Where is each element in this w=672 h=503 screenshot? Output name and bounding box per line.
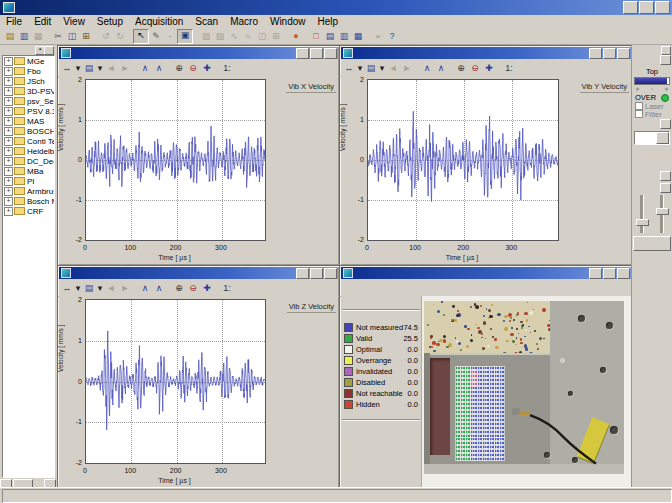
scan-window-title-bar[interactable]: [341, 267, 631, 279]
monitor-icon[interactable]: ▣: [177, 29, 193, 44]
zoom-slider[interactable]: [640, 195, 644, 233]
scanning-head-select[interactable]: [634, 131, 670, 145]
cut-icon[interactable]: ✂: [51, 30, 65, 43]
maximize-button[interactable]: [603, 268, 616, 279]
expand-plus-icon[interactable]: +: [4, 147, 13, 156]
title-bar[interactable]: [0, 0, 672, 15]
expand-plus-icon[interactable]: +: [4, 187, 13, 196]
dropdown-icon[interactable]: ▾: [74, 282, 82, 295]
tree-item-conti-temi[interactable]: +Conti Temi: [3, 136, 54, 146]
dropdown-icon[interactable]: ▾: [378, 62, 386, 75]
focus-slider-handle[interactable]: [656, 208, 669, 215]
dropdown-icon[interactable]: ▾: [96, 62, 104, 75]
peak-single-icon[interactable]: ∧: [138, 62, 152, 75]
pan-icon[interactable]: ✚: [200, 282, 214, 295]
expand-plus-icon[interactable]: +: [4, 117, 13, 126]
expand-plus-icon[interactable]: +: [4, 137, 13, 146]
display-layers-icon[interactable]: ▤: [364, 62, 378, 75]
expand-plus-icon[interactable]: +: [4, 77, 13, 86]
tree-item-mas[interactable]: +MAS: [3, 116, 54, 126]
dot-icon[interactable]: ·: [163, 30, 177, 43]
dropdown-icon[interactable]: ▾: [74, 62, 82, 75]
copy-icon[interactable]: ◫: [65, 30, 79, 43]
vib-x-velocity-plot[interactable]: Velocity [ mm/s ]210-1-20100200300Time […: [59, 76, 338, 264]
expand-plus-icon[interactable]: +: [4, 57, 13, 66]
zoom-out-icon[interactable]: ⊖: [468, 62, 482, 75]
expand-plus-icon[interactable]: +: [4, 97, 13, 106]
tree-item-psv-semir[interactable]: +psv_Semir: [3, 96, 54, 106]
cascade-windows-icon[interactable]: ▤: [323, 30, 337, 43]
report-icon[interactable]: ▥: [17, 30, 31, 43]
key-icon[interactable]: ♀: [372, 29, 385, 43]
menu-window[interactable]: Window: [264, 16, 312, 27]
close-button[interactable]: [324, 268, 337, 279]
tree-item-armbruster[interactable]: +Armbruster: [3, 186, 54, 196]
maximize-button[interactable]: [310, 48, 323, 59]
maximize-button[interactable]: [639, 1, 654, 14]
collapse-icon[interactable]: [660, 119, 671, 129]
menu-setup[interactable]: Setup: [91, 16, 129, 27]
display-layers-icon[interactable]: ▤: [82, 62, 96, 75]
minimize-button[interactable]: [296, 268, 309, 279]
vib-z-velocity-plot[interactable]: Velocity [ mm/s ]210-1-20100200300Time […: [59, 296, 338, 487]
expand-plus-icon[interactable]: +: [4, 207, 13, 216]
menu-file[interactable]: File: [0, 16, 28, 27]
close-button[interactable]: [617, 48, 630, 59]
plot-area[interactable]: [85, 79, 266, 241]
peak-double-icon[interactable]: ∧: [152, 282, 166, 295]
analyzer-x-title-bar[interactable]: [59, 47, 338, 59]
pointer-icon[interactable]: ↖: [133, 29, 149, 44]
menu-view[interactable]: View: [57, 16, 91, 27]
scale-one-to-one-icon[interactable]: 1:: [220, 62, 234, 75]
vib-y-velocity-plot[interactable]: Velocity [ mm/s ]210-1-20100200300Time […: [341, 76, 631, 264]
zoom-slider-handle[interactable]: [636, 219, 649, 226]
tree-item-crf[interactable]: +CRF: [3, 206, 54, 216]
zoom-out-icon[interactable]: ⊖: [186, 282, 200, 295]
expand-plus-icon[interactable]: +: [4, 197, 13, 206]
analyzer-y-title-bar[interactable]: [341, 47, 631, 59]
expand-plus-icon[interactable]: +: [4, 87, 13, 96]
dropdown-icon[interactable]: ▾: [96, 282, 104, 295]
tile-horizontal-icon[interactable]: ▥: [337, 30, 351, 43]
maximize-button[interactable]: [603, 48, 616, 59]
expand-plus-icon[interactable]: +: [4, 67, 13, 76]
chevron-down-icon[interactable]: [656, 132, 669, 144]
expand-plus-icon[interactable]: +: [4, 177, 13, 186]
tree-item-pi[interactable]: +PI: [3, 176, 54, 186]
expand-plus-icon[interactable]: +: [4, 107, 13, 116]
tree-item-heidelberg[interactable]: +Heidelberg: [3, 146, 54, 156]
tree-item-mge[interactable]: +MGe: [3, 56, 54, 66]
stop-hand-icon[interactable]: ●: [289, 30, 303, 43]
display-layers-icon[interactable]: ▤: [82, 282, 96, 295]
tree-item-psv-8-3[interactable]: +PSV 8.3: [3, 106, 54, 116]
autofocus-button[interactable]: [633, 236, 671, 251]
menu-macro[interactable]: Macro: [224, 16, 264, 27]
pan-icon[interactable]: ✚: [482, 62, 496, 75]
marker-mode-icon[interactable]: ↔: [60, 282, 74, 295]
menu-edit[interactable]: Edit: [28, 16, 57, 27]
minimize-button[interactable]: [589, 268, 602, 279]
close-button[interactable]: [324, 48, 337, 59]
tile-vertical-icon[interactable]: ▦: [351, 30, 365, 43]
maximize-button[interactable]: [310, 268, 323, 279]
plot-area[interactable]: [367, 79, 559, 241]
tree-close-icon[interactable]: [44, 46, 54, 55]
minimize-button[interactable]: [296, 48, 309, 59]
peak-double-icon[interactable]: ∧: [152, 62, 166, 75]
pen-icon[interactable]: ✎: [149, 30, 163, 43]
peak-single-icon[interactable]: ∧: [138, 282, 152, 295]
optics-adjust-icons[interactable]: ∗▫∗: [632, 86, 672, 93]
video-window-icon[interactable]: □: [309, 30, 323, 43]
tree-item-3d-psv[interactable]: +3D-PSV: [3, 86, 54, 96]
tree-item-bosch-ma[interactable]: +Bosch Ma: [3, 196, 54, 206]
marker-mode-icon[interactable]: ↔: [60, 62, 74, 75]
paste-icon[interactable]: ⊞: [79, 30, 93, 43]
dock-close-icon[interactable]: [661, 46, 671, 55]
plot-area[interactable]: [85, 299, 266, 464]
open-icon[interactable]: ▤: [3, 30, 17, 43]
tree-item-mba[interactable]: +MBa: [3, 166, 54, 176]
pan-icon[interactable]: ✚: [200, 62, 214, 75]
dropdown-icon[interactable]: ▾: [356, 62, 364, 75]
dock-header[interactable]: [632, 45, 672, 54]
zoom-out-icon[interactable]: ⊖: [186, 62, 200, 75]
